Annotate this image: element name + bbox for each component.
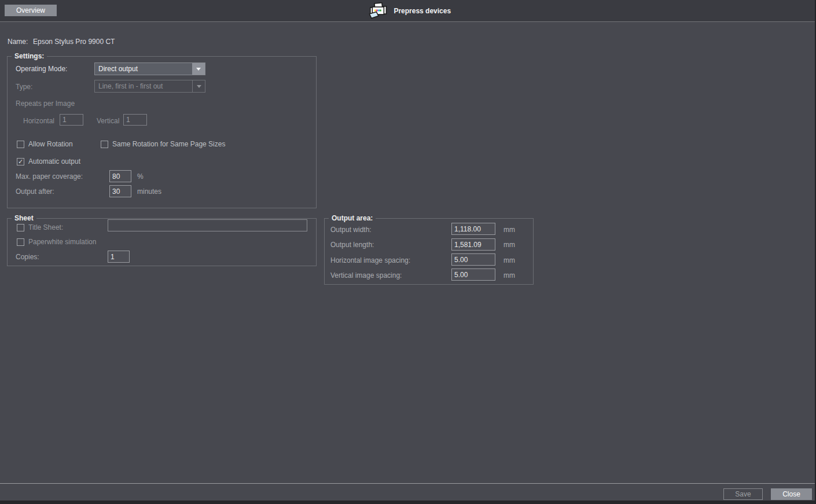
paperwhite-row: Paperwhite simulation <box>17 238 96 246</box>
output-length-input[interactable] <box>451 238 495 251</box>
automatic-output-row: ✓ Automatic output <box>17 157 80 165</box>
horizontal-spacing-input[interactable] <box>451 253 495 266</box>
paperwhite-label: Paperwhite simulation <box>28 238 96 246</box>
max-paper-coverage-unit: % <box>137 172 144 181</box>
type-label: Type: <box>16 83 32 91</box>
device-name-label: Name: <box>8 38 28 46</box>
repeats-per-image-label: Repeats per Image <box>16 100 75 108</box>
output-length-unit: mm <box>503 241 515 249</box>
operating-mode-dropdown-button[interactable] <box>192 63 205 75</box>
horizontal-label: Horizontal <box>23 117 54 125</box>
allow-rotation-checkbox[interactable] <box>17 141 24 148</box>
operating-mode-label: Operating Mode: <box>16 65 67 73</box>
device-name-value: Epson Stylus Pro 9900 CT <box>33 38 115 46</box>
title-sheet-checkbox[interactable] <box>17 224 24 231</box>
horizontal-spacing-unit: mm <box>503 256 515 264</box>
automatic-output-checkbox[interactable]: ✓ <box>17 158 24 165</box>
footer-bar <box>0 484 815 501</box>
vertical-repeats-input <box>123 114 147 126</box>
operating-mode-select[interactable]: Direct output <box>94 62 205 75</box>
copies-input[interactable] <box>108 251 130 263</box>
page-title: Prepress devices <box>394 7 451 15</box>
max-paper-coverage-label: Max. paper coverage: <box>16 172 83 181</box>
output-after-label: Output after: <box>16 187 54 196</box>
prepress-device-settings-window: Overview Prepress devices Name: Epson St… <box>0 0 816 504</box>
settings-group: Settings: <box>7 56 317 208</box>
sheet-group-title: Sheet <box>12 214 36 222</box>
overview-button[interactable]: Overview <box>5 5 57 16</box>
automatic-output-label: Automatic output <box>28 157 80 165</box>
vertical-spacing-input[interactable] <box>451 268 495 281</box>
same-rotation-row: Same Rotation for Same Page Sizes <box>101 140 225 148</box>
type-dropdown-button <box>192 80 205 92</box>
printer-icon <box>369 2 387 20</box>
output-width-label: Output width: <box>330 226 372 234</box>
output-width-unit: mm <box>503 226 515 234</box>
chevron-down-icon <box>196 68 201 71</box>
header-title-block: Prepress devices <box>369 0 451 22</box>
output-length-label: Output length: <box>330 241 374 249</box>
title-sheet-input[interactable] <box>108 219 307 231</box>
max-paper-coverage-input[interactable] <box>109 170 131 182</box>
paperwhite-checkbox[interactable] <box>17 238 24 246</box>
title-sheet-label: Title Sheet: <box>28 223 63 231</box>
same-rotation-label: Same Rotation for Same Page Sizes <box>112 140 225 148</box>
type-value: Line, first in - first out <box>94 80 205 93</box>
copies-label: Copies: <box>16 253 39 261</box>
output-after-input[interactable] <box>109 185 131 197</box>
vertical-label: Vertical <box>97 117 119 125</box>
title-sheet-row: Title Sheet: <box>17 223 63 231</box>
same-rotation-checkbox[interactable] <box>101 141 108 148</box>
window-bottom-edge <box>0 501 815 504</box>
output-after-unit: minutes <box>137 187 161 196</box>
allow-rotation-row: Allow Rotation <box>17 140 73 148</box>
output-area-group-title: Output area: <box>329 214 376 222</box>
horizontal-spacing-label: Horizontal image spacing: <box>330 256 410 264</box>
horizontal-repeats-input <box>60 114 83 126</box>
type-select: Line, first in - first out <box>94 80 205 93</box>
allow-rotation-label: Allow Rotation <box>28 140 73 148</box>
top-bar: Overview Prepress devices <box>0 0 815 22</box>
vertical-spacing-label: Vertical image spacing: <box>330 271 402 279</box>
settings-group-title: Settings: <box>12 52 47 60</box>
operating-mode-value: Direct output <box>94 62 205 75</box>
close-button[interactable]: Close <box>771 488 812 500</box>
chevron-down-icon <box>197 85 201 88</box>
vertical-spacing-unit: mm <box>503 271 515 279</box>
save-button[interactable]: Save <box>723 488 763 500</box>
output-width-input[interactable] <box>451 223 495 235</box>
